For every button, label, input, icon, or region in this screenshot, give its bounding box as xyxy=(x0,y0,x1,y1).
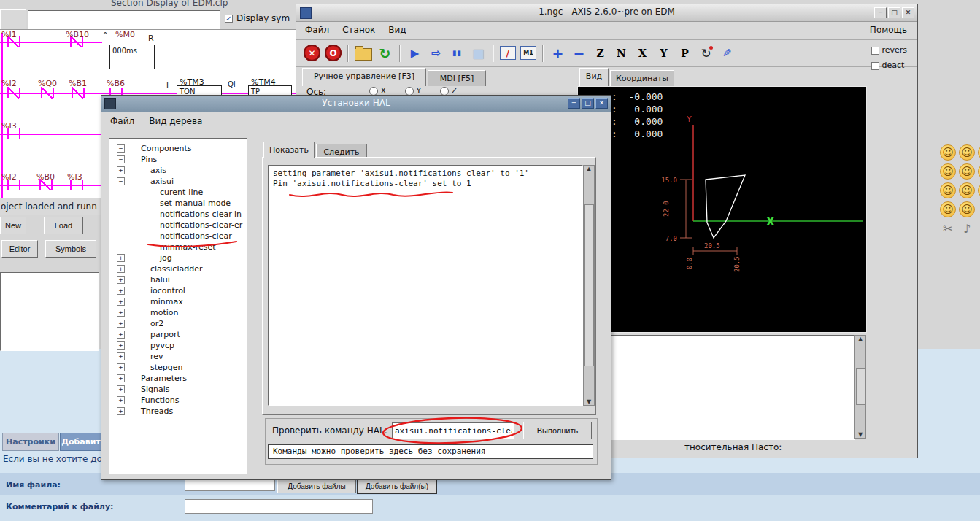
hal-output-scrollbar[interactable]: ▲ ▼ xyxy=(583,165,595,406)
tree-expander-icon[interactable]: + xyxy=(117,407,125,415)
reload-icon[interactable]: ↻ xyxy=(377,45,393,61)
tree-item-parport[interactable]: + parport xyxy=(109,329,247,340)
menu-item[interactable]: Файл xyxy=(110,116,134,126)
hal-titlebar[interactable]: Установки HAL ─□✕ xyxy=(101,96,611,112)
view-x-icon[interactable]: X xyxy=(634,45,651,61)
view-p-icon[interactable]: P xyxy=(676,45,693,61)
tree-item-notifications-clear-in[interactable]: notifications-clear-in xyxy=(109,209,247,220)
tree-expander-icon[interactable]: + xyxy=(117,254,125,262)
tab-add[interactable]: Добавит xyxy=(60,433,102,451)
window-control-button[interactable]: ─ xyxy=(568,98,580,109)
tree-item-axis[interactable]: + axis xyxy=(109,165,247,176)
pause-icon[interactable]: ▮▮ xyxy=(449,45,466,61)
add-files2-button[interactable]: Добавить файл(ы) xyxy=(358,479,436,493)
preview-canvas[interactable]: Y X 15.0 22.0 -7.0 20.5 0.0 20.5 xyxy=(577,86,867,333)
tab-dro[interactable]: Координаты xyxy=(610,70,674,86)
open-file-icon[interactable] xyxy=(355,48,372,61)
tree-item-rev[interactable]: + rev xyxy=(109,351,247,362)
tree-item-notifications-clear-er[interactable]: notifications-clear-er xyxy=(109,220,247,231)
tab-manual-control[interactable]: Ручное управление [F3] xyxy=(302,68,426,86)
tree-expander-icon[interactable]: + xyxy=(117,320,125,328)
contact-i2[interactable] xyxy=(7,88,20,98)
tree-item-pins[interactable]: − Pins xyxy=(109,154,247,165)
tree-item-threads[interactable]: + Threads xyxy=(109,406,247,417)
scroll-up-icon[interactable]: ▲ xyxy=(587,166,591,172)
tree-item-iocontrol[interactable]: + iocontrol xyxy=(109,285,247,296)
tab-mdi[interactable]: MDI [F5] xyxy=(428,70,486,86)
scrollbar-thumb[interactable] xyxy=(856,368,865,405)
ladder-toolbar-field[interactable] xyxy=(28,10,220,30)
tree-item-minmax[interactable]: + minmax xyxy=(109,296,247,307)
estop-icon[interactable]: ✕ xyxy=(304,45,320,61)
window-control-button[interactable]: ✕ xyxy=(902,7,914,18)
tab-settings[interactable]: Настройки xyxy=(2,433,59,451)
tab-show[interactable]: Показать xyxy=(263,142,315,158)
axis-titlebar[interactable]: 1.ngc - AXIS 2.6.0~pre on EDM ─□✕ xyxy=(296,4,917,22)
add-files-button[interactable]: Добавить файлы xyxy=(277,479,356,493)
tree-expander-icon[interactable]: + xyxy=(117,309,125,317)
message-panel[interactable] xyxy=(579,335,855,440)
tree-expander-icon[interactable]: + xyxy=(117,385,125,393)
new-button[interactable]: New xyxy=(0,217,26,234)
tree-item-set-manual-mode[interactable]: set-manual-mode xyxy=(109,198,247,209)
hal-output-area[interactable]: setting parameter 'axisui.notifications-… xyxy=(268,165,583,406)
tree-item-jog[interactable]: + jog xyxy=(109,252,247,263)
tree-item-components[interactable]: − Components xyxy=(109,143,247,154)
execute-button[interactable]: Выполнить xyxy=(523,422,592,439)
tree-expander-icon[interactable]: + xyxy=(117,265,125,273)
tree-expander-icon[interactable]: + xyxy=(117,352,125,360)
tree-item-motion[interactable]: + motion xyxy=(109,307,247,318)
menu-item[interactable]: Файл xyxy=(305,25,329,35)
optional-stop-icon[interactable]: M1 xyxy=(520,46,536,60)
tree-expander-icon[interactable]: + xyxy=(117,287,125,295)
run-icon[interactable]: ▶ xyxy=(406,45,423,61)
window-control-button[interactable]: □ xyxy=(888,7,900,18)
tree-item-functions[interactable]: + Functions xyxy=(109,395,247,406)
scroll-up-icon[interactable]: ▲ xyxy=(858,336,863,342)
stop-icon[interactable]: ■ xyxy=(470,45,487,61)
tree-item-or2[interactable]: + or2 xyxy=(109,318,247,329)
display-sym-checkbox[interactable]: ✓ xyxy=(225,15,233,23)
rotate-view-icon[interactable]: ↻ xyxy=(698,45,714,61)
message-panel-scrollbar[interactable]: ▲ ▼ xyxy=(854,335,866,439)
side-checkbox[interactable]: deact xyxy=(871,61,907,70)
tree-item-parameters[interactable]: + Parameters xyxy=(109,373,247,384)
skip-lines-icon[interactable]: / xyxy=(500,46,516,60)
tree-expander-icon[interactable]: + xyxy=(117,276,125,284)
ladder-list-panel[interactable] xyxy=(0,272,99,351)
scroll-down-icon[interactable]: ▼ xyxy=(587,398,591,405)
tab-watch[interactable]: Следить xyxy=(316,144,367,158)
window-control-button[interactable]: ✕ xyxy=(595,98,608,109)
zoom-out-icon[interactable]: − xyxy=(571,45,587,61)
editor-button[interactable]: Editor xyxy=(1,240,38,258)
tree-expander-icon[interactable]: − xyxy=(117,155,125,163)
tree-expander-icon[interactable]: + xyxy=(117,166,125,174)
load-button[interactable]: Load xyxy=(44,217,83,234)
side-checkbox[interactable]: revers xyxy=(871,45,907,55)
tree-expander-icon[interactable]: + xyxy=(117,363,125,371)
clear-plot-icon[interactable]: ✎ xyxy=(719,45,736,61)
scrollbar-thumb[interactable] xyxy=(584,204,594,366)
tree-item-stepgen[interactable]: + stepgen xyxy=(109,362,247,373)
tree-item-curent-line[interactable]: curent-line xyxy=(109,187,247,198)
hal-tree-panel[interactable]: − Components − Pins + axis − axisui xyxy=(109,138,247,474)
run-from-line-icon[interactable]: ⇨ xyxy=(428,45,444,61)
hal-command-input[interactable] xyxy=(392,422,514,439)
zoom-in-icon[interactable]: + xyxy=(549,45,566,61)
view-z2-icon[interactable]: N xyxy=(613,45,630,61)
ladder-toolbar-button[interactable] xyxy=(0,9,26,30)
menu-item-help[interactable]: Помощь xyxy=(870,25,907,35)
tree-item-minmax-reset[interactable]: minmax-reset xyxy=(109,242,247,252)
comment-input[interactable] xyxy=(185,499,373,514)
contact-q0[interactable] xyxy=(41,88,54,98)
tree-item-halui[interactable]: + halui xyxy=(109,274,247,285)
tree-item-classicladder[interactable]: + classicladder xyxy=(109,263,247,274)
view-z-icon[interactable]: Z xyxy=(592,45,609,61)
timer-box[interactable]: 000ms xyxy=(109,45,155,69)
tree-expander-icon[interactable]: + xyxy=(117,298,125,306)
tab-preview[interactable]: Вид xyxy=(579,68,609,86)
tree-expander-icon[interactable]: − xyxy=(117,177,125,185)
tree-expander-icon[interactable]: + xyxy=(117,396,125,404)
window-control-button[interactable]: ─ xyxy=(874,7,887,18)
file-name-input[interactable] xyxy=(185,479,275,491)
